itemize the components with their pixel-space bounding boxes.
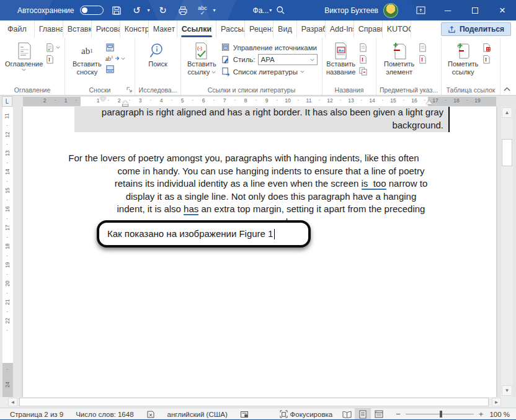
save-icon[interactable] bbox=[110, 4, 123, 17]
update-index-button[interactable]: ! bbox=[418, 55, 427, 64]
ruler-mark: · bbox=[340, 97, 342, 103]
add-text-button[interactable] bbox=[45, 43, 60, 52]
grammar-underline: has bbox=[184, 203, 198, 215]
add-text-chevron-icon bbox=[56, 46, 60, 49]
ruler-mark: · bbox=[6, 197, 8, 203]
print-icon[interactable] bbox=[176, 4, 190, 17]
maximize-button[interactable] bbox=[461, 0, 489, 20]
print-layout-button[interactable] bbox=[355, 408, 371, 420]
ruler-mark: · bbox=[55, 97, 56, 103]
hanging-indent-marker[interactable] bbox=[122, 101, 128, 107]
document-page[interactable]: paragraph is right aligned and has a rig… bbox=[23, 107, 496, 397]
update-table-button[interactable]: ! bbox=[45, 55, 60, 64]
tab-рисован[interactable]: Рисован bbox=[92, 20, 120, 38]
hanging-indent-paragraph[interactable]: For the lovers of poetry amongst you, pa… bbox=[76, 152, 445, 228]
ruler-mark: 8 bbox=[244, 97, 247, 104]
close-button[interactable]: × bbox=[489, 0, 516, 20]
ruler-mark: 9 bbox=[265, 97, 269, 104]
manage-sources-button[interactable]: Управление источниками bbox=[221, 43, 318, 52]
tab-ссылки[interactable]: Ссылки bbox=[177, 20, 216, 38]
vertical-scroll-thumb[interactable] bbox=[502, 139, 512, 166]
zoom-slider-thumb[interactable] bbox=[440, 411, 442, 418]
undo-icon[interactable]: ↺ bbox=[130, 4, 143, 17]
word-count[interactable]: Число слов: 1648 bbox=[69, 411, 140, 418]
read-mode-button[interactable] bbox=[339, 408, 355, 420]
insert-index-button[interactable] bbox=[418, 43, 427, 52]
share-button[interactable]: Поделиться bbox=[441, 22, 511, 36]
ruler-mark: · bbox=[6, 141, 8, 147]
highlight-callout-box[interactable]: Как показано на изображении Figure 1 bbox=[97, 220, 311, 248]
scroll-down-icon[interactable]: ▼ bbox=[502, 385, 512, 396]
ribbon-display-options-icon[interactable] bbox=[407, 0, 434, 20]
zoom-in-button[interactable]: + bbox=[479, 409, 484, 419]
vertical-ruler[interactable]: 11·12·13·14·15·16·17·18·19·20·21·22··24 bbox=[2, 107, 13, 397]
tab-файл[interactable]: Файл bbox=[0, 20, 35, 38]
collapse-ribbon-icon[interactable] bbox=[504, 87, 510, 91]
scroll-up-icon[interactable]: ▲ bbox=[502, 107, 512, 118]
tab-add-ins[interactable]: Add-Ins bbox=[326, 20, 354, 38]
page-indicator[interactable]: Страница 2 из 9 bbox=[4, 411, 69, 418]
quick-access-more-icon[interactable]: ▾ bbox=[213, 7, 216, 13]
cross-reference-button[interactable] bbox=[358, 66, 368, 76]
search-icon[interactable] bbox=[274, 4, 287, 17]
spellcheck-icon[interactable]: abc✓ bbox=[196, 4, 210, 17]
tab-макет[interactable]: Макет bbox=[149, 20, 177, 38]
horizontal-scrollbar[interactable]: ◄ ► bbox=[0, 397, 516, 408]
ruler-mark: · bbox=[192, 97, 194, 103]
toc-icon bbox=[16, 42, 32, 60]
update-table-of-authorities-button[interactable]: ! bbox=[482, 55, 491, 64]
redo-icon[interactable]: ↻ bbox=[156, 4, 170, 17]
tab-вставка[interactable]: Вставка bbox=[63, 20, 92, 38]
footnotes-dialog-launcher-icon[interactable] bbox=[127, 87, 133, 93]
zoom-level[interactable]: 100 % bbox=[483, 411, 512, 418]
bibliography-button[interactable]: Список литературы bbox=[221, 67, 318, 76]
next-footnote-arrow-icon bbox=[115, 56, 120, 61]
document-workspace: paragraph is right aligned and has a rig… bbox=[0, 107, 516, 397]
proofing-errors-icon[interactable] bbox=[140, 410, 161, 419]
gray-paragraph[interactable]: paragraph is right aligned and has a rig… bbox=[74, 107, 450, 132]
insert-endnote-button[interactable] bbox=[105, 43, 125, 52]
manage-sources-icon bbox=[221, 43, 231, 52]
ruler-mark: · bbox=[76, 97, 78, 103]
citation-style-select[interactable]: APA bbox=[258, 54, 318, 65]
autosave-toggle[interactable] bbox=[80, 6, 104, 15]
ruler-mark: 1 bbox=[97, 97, 100, 104]
scroll-right-icon[interactable]: ► bbox=[492, 398, 501, 406]
first-line-indent-marker[interactable] bbox=[100, 97, 106, 101]
update-table-of-figures-button[interactable]: ! bbox=[358, 55, 368, 64]
next-footnote-button[interactable]: ab1 bbox=[105, 55, 125, 62]
web-layout-button[interactable] bbox=[371, 408, 387, 420]
minimize-button[interactable]: ─ bbox=[434, 0, 461, 20]
tab-рецензи[interactable]: Рецензи bbox=[245, 20, 274, 38]
tab-вид[interactable]: Вид bbox=[274, 20, 297, 38]
tab-констру[interactable]: Констру bbox=[120, 20, 149, 38]
doc-title-chevron-icon: ▾ bbox=[269, 7, 272, 13]
next-footnote-chevron-icon bbox=[121, 57, 125, 60]
vertical-scrollbar[interactable]: ▲ ▼ bbox=[501, 107, 513, 397]
tab-selector[interactable]: L bbox=[2, 96, 12, 107]
scroll-left-icon[interactable]: ◄ bbox=[8, 398, 17, 406]
right-indent-marker[interactable] bbox=[426, 101, 432, 104]
language-indicator[interactable]: английский (США) bbox=[161, 411, 234, 418]
tab-справк[interactable]: Справк bbox=[354, 20, 383, 38]
user-name[interactable]: Виктор Бухтеев bbox=[324, 6, 378, 15]
tab-kutool[interactable]: KUTOOL bbox=[383, 20, 411, 38]
show-notes-button[interactable] bbox=[105, 65, 125, 74]
focus-mode-button[interactable]: Фокусировка bbox=[274, 410, 339, 418]
search-i-icon bbox=[149, 42, 166, 60]
insert-table-of-figures-button[interactable] bbox=[358, 43, 368, 52]
tab-главная[interactable]: Главная bbox=[35, 20, 63, 38]
text-predictions-icon[interactable] bbox=[234, 410, 255, 419]
horizontal-scroll-thumb[interactable] bbox=[19, 398, 489, 406]
zoom-out-button[interactable]: − bbox=[396, 409, 401, 419]
document-title[interactable]: Фа... ▾ bbox=[253, 6, 272, 15]
tab-рассыл[interactable]: Рассыл bbox=[216, 20, 245, 38]
ruler-mark: 17 bbox=[432, 97, 438, 104]
toggle-knob bbox=[82, 7, 87, 13]
undo-chevron-icon[interactable]: ▾ bbox=[147, 7, 149, 13]
insert-table-of-authorities-button[interactable] bbox=[482, 43, 491, 52]
horizontal-ruler[interactable]: 2·1·1·2·3·4·5·6·7·8·9·10·11·12·13·14·15·… bbox=[23, 97, 496, 106]
zoom-slider[interactable] bbox=[406, 414, 474, 414]
avatar[interactable] bbox=[383, 3, 398, 18]
tab-разраб[interactable]: Разраб bbox=[297, 20, 326, 38]
